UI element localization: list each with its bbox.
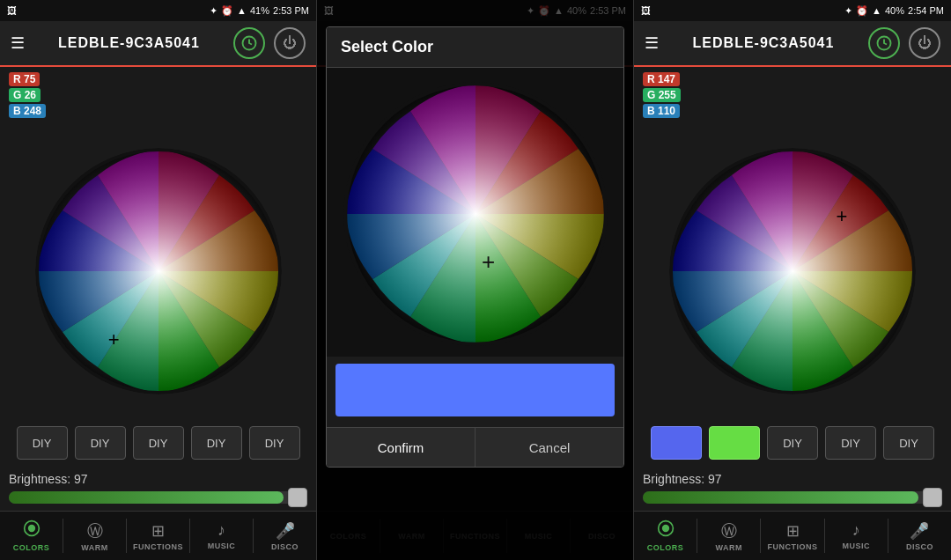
- nav-music-label-right: MUSIC: [842, 542, 870, 550]
- nav-disco-label-right: DISCO: [906, 542, 933, 551]
- color-wheel-right[interactable]: +: [669, 148, 916, 394]
- music-icon-right: ♪: [852, 521, 860, 540]
- image-icon-right: 🖼: [641, 5, 651, 16]
- modal-actions: Confirm Cancel: [327, 427, 623, 467]
- brightness-section-left: Brightness: 97: [0, 467, 316, 511]
- brightness-fill-right: [643, 491, 918, 504]
- diy-btn-5-right[interactable]: DIY: [883, 426, 934, 460]
- nav-functions-label-right: FUNCTIONS: [768, 542, 818, 551]
- swatch-btn-2-right[interactable]: [709, 426, 760, 460]
- diy-btn-3-left[interactable]: DIY: [133, 426, 184, 460]
- diy-btn-5-left[interactable]: DIY: [249, 426, 300, 460]
- wifi-icon: ▲: [237, 5, 247, 16]
- disco-icon-right: 🎤: [910, 521, 929, 541]
- functions-icon-right: ⊞: [786, 521, 800, 541]
- cancel-button[interactable]: Cancel: [476, 428, 623, 467]
- nav-colors-right[interactable]: COLORS: [634, 512, 697, 560]
- nav-disco-label-left: DISCO: [271, 542, 299, 551]
- power-button-right[interactable]: ⏻: [909, 27, 940, 59]
- green-badge-right: G 255: [643, 88, 681, 102]
- rgb-badges-right: R 147 G 255 B 110: [634, 67, 951, 123]
- diy-btn-4-left[interactable]: DIY: [191, 426, 242, 460]
- color-wheel-left[interactable]: +: [35, 148, 282, 394]
- diy-btn-4-right[interactable]: DIY: [825, 426, 876, 460]
- nav-warm-left[interactable]: Ⓦ WARM: [63, 512, 126, 560]
- modal-color-preview: [335, 364, 615, 416]
- top-bar-right: ☰ LEDBLE-9C3A5041 ⏻: [634, 21, 951, 67]
- nav-functions-left[interactable]: ⊞ FUNCTIONS: [127, 512, 189, 560]
- time-right: 2:54 PM: [908, 5, 944, 16]
- functions-icon-left: ⊞: [151, 521, 165, 541]
- modal-dialog: Select Color: [326, 26, 624, 468]
- nav-music-left[interactable]: ♪ MUSIC: [190, 512, 253, 560]
- modal-color-wheel[interactable]: +: [343, 82, 608, 346]
- middle-panel: 🖼 ✦ ⏰ ▲ 40% 2:53 PM ☰ LEDBLE-9C3A5041 ⏻ …: [317, 0, 634, 560]
- wifi-icon-right: ▲: [872, 5, 881, 16]
- brightness-track-left[interactable]: [9, 491, 307, 504]
- nav-colors-label-right: COLORS: [647, 543, 684, 552]
- status-bar-left: 🖼 ✦ ⏰ ▲ 41% 2:53 PM: [0, 0, 316, 21]
- diy-row-right: DIY DIY DIY: [634, 419, 951, 467]
- green-badge-left: G 26: [9, 88, 41, 102]
- nav-music-label-left: MUSIC: [208, 542, 236, 550]
- brightness-label-left: Brightness: 97: [9, 472, 307, 486]
- device-title-right: LEDBLE-9C3A5041: [667, 35, 859, 51]
- menu-icon-right[interactable]: ☰: [645, 33, 659, 53]
- colors-icon-left: [23, 519, 41, 542]
- svg-point-6: [27, 525, 34, 532]
- battery-text: 41%: [250, 5, 269, 16]
- confirm-button[interactable]: Confirm: [327, 428, 476, 467]
- nav-colors-left[interactable]: COLORS: [0, 512, 63, 560]
- brightness-label-right: Brightness: 97: [643, 472, 942, 486]
- nav-warm-label-left: WARM: [81, 543, 108, 552]
- power-button-left[interactable]: ⏻: [274, 27, 306, 59]
- alarm-icon-right: ⏰: [856, 5, 868, 17]
- disco-icon-left: 🎤: [276, 521, 295, 541]
- bottom-nav-right: COLORS Ⓦ WARM ⊞ FUNCTIONS ♪ MUSIC 🎤 DISC…: [634, 511, 951, 560]
- image-icon: 🖼: [7, 5, 17, 16]
- time-left: 2:53 PM: [273, 5, 309, 16]
- blue-badge-right: B 110: [643, 104, 680, 118]
- bottom-nav-left: COLORS Ⓦ WARM ⊞ FUNCTIONS ♪ MUSIC 🎤 DISC…: [0, 511, 316, 560]
- brightness-thumb-right[interactable]: [923, 488, 942, 507]
- nav-functions-right[interactable]: ⊞ FUNCTIONS: [761, 512, 823, 560]
- nav-colors-label-left: COLORS: [13, 543, 50, 552]
- brightness-section-right: Brightness: 97: [634, 467, 951, 511]
- color-wheel-area-left[interactable]: +: [0, 123, 316, 419]
- nav-disco-left[interactable]: 🎤 DISCO: [254, 512, 316, 560]
- red-badge-right: R 147: [643, 72, 680, 86]
- blue-badge-left: B 248: [9, 104, 46, 118]
- red-badge-left: R 75: [9, 72, 40, 86]
- nav-music-right[interactable]: ♪ MUSIC: [825, 512, 888, 560]
- color-wheel-area-right[interactable]: +: [634, 123, 951, 419]
- warm-icon-left: Ⓦ: [87, 520, 103, 542]
- brightness-thumb-left[interactable]: [288, 488, 307, 507]
- diy-btn-3-right[interactable]: DIY: [767, 426, 818, 460]
- swatch-btn-1-right[interactable]: [651, 426, 702, 460]
- brightness-track-right[interactable]: [643, 491, 942, 504]
- brightness-fill-left: [9, 491, 284, 504]
- bluetooth-icon: ✦: [210, 5, 217, 17]
- colors-icon-right: [657, 519, 675, 542]
- battery-right: 40%: [885, 5, 904, 16]
- nav-warm-right[interactable]: Ⓦ WARM: [697, 512, 760, 560]
- device-title-left: LEDBLE-9C3A5041: [33, 35, 225, 51]
- svg-point-16: [661, 525, 668, 532]
- diy-btn-2-left[interactable]: DIY: [75, 426, 126, 460]
- nav-warm-label-right: WARM: [716, 543, 743, 552]
- modal-title: Select Color: [327, 27, 623, 68]
- right-panel: 🖼 ✦ ⏰ ▲ 40% 2:54 PM ☰ LEDBLE-9C3A5041 ⏻ …: [634, 0, 951, 560]
- nav-functions-label-left: FUNCTIONS: [133, 542, 183, 551]
- left-panel: 🖼 ✦ ⏰ ▲ 41% 2:53 PM ☰ LEDBLE-9C3A5041 ⏻ …: [0, 0, 317, 560]
- bluetooth-icon-right: ✦: [844, 5, 852, 17]
- top-bar-left: ☰ LEDBLE-9C3A5041 ⏻: [0, 21, 316, 67]
- nav-disco-right[interactable]: 🎤 DISCO: [888, 512, 951, 560]
- diy-btn-1-left[interactable]: DIY: [17, 426, 68, 460]
- alert-button-right[interactable]: [868, 27, 900, 59]
- status-bar-right: 🖼 ✦ ⏰ ▲ 40% 2:54 PM: [634, 0, 951, 21]
- diy-row-left: DIY DIY DIY DIY DIY: [0, 419, 316, 467]
- alert-button-left[interactable]: [233, 27, 265, 59]
- menu-icon[interactable]: ☰: [11, 33, 25, 53]
- modal-wheel-area[interactable]: +: [327, 68, 623, 357]
- rgb-badges-left: R 75 G 26 B 248: [0, 67, 316, 123]
